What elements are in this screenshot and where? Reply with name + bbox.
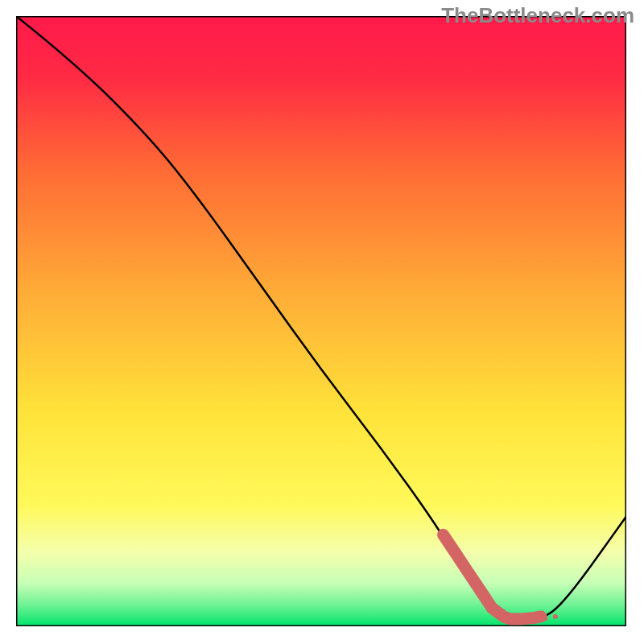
highlight-dot bbox=[506, 614, 515, 624]
plot-area bbox=[16, 16, 626, 626]
highlight-dot bbox=[541, 614, 547, 621]
highlight-dot bbox=[553, 614, 558, 619]
gradient-background bbox=[16, 16, 626, 626]
chart-frame: TheBottleneck.com bbox=[0, 0, 644, 644]
chart-svg bbox=[16, 16, 626, 626]
highlight-dot bbox=[523, 615, 531, 623]
watermark-text: TheBottleneck.com bbox=[441, 3, 634, 28]
